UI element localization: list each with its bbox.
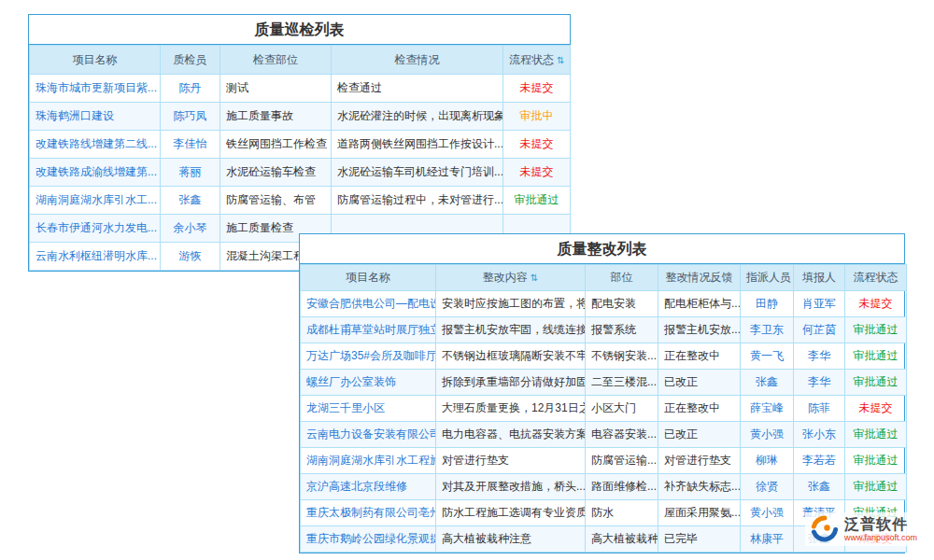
cell-feedback: 对管进行垫支 bbox=[658, 448, 741, 474]
cell-content: 电力电容器、电抗器安装方案,... bbox=[436, 422, 586, 448]
cell-assignee[interactable]: 李卫东 bbox=[741, 317, 794, 343]
cell-feedback: 正在整改中 bbox=[658, 343, 741, 370]
cell-inspector[interactable]: 张鑫 bbox=[161, 187, 220, 215]
col-header-project: 项目名称 bbox=[301, 265, 436, 291]
cell-project[interactable]: 螺丝厂办公室装饰 bbox=[301, 370, 436, 396]
cell-feedback: 已改正 bbox=[658, 422, 741, 448]
cell-situation: 水泥砼灌注的时候，出现离析现象 bbox=[332, 103, 503, 131]
cell-reporter[interactable]: 李若若 bbox=[794, 448, 845, 474]
cell-reporter[interactable]: 陈菲 bbox=[794, 396, 845, 422]
cell-reporter[interactable]: 李华 bbox=[794, 343, 845, 370]
cell-part: 铁丝网围挡工作检查 bbox=[220, 131, 332, 159]
cell-project[interactable]: 万达广场35#会所及咖啡厅空... bbox=[301, 343, 436, 370]
cell-assignee[interactable]: 黄小强 bbox=[741, 500, 794, 526]
cell-assignee[interactable]: 张鑫 bbox=[741, 370, 794, 396]
cell-feedback: 已改正 bbox=[658, 370, 741, 396]
cell-assignee[interactable]: 田静 bbox=[741, 291, 794, 317]
cell-assignee[interactable]: 薛宝峰 bbox=[741, 396, 794, 422]
cell-reporter[interactable]: 李华 bbox=[794, 370, 845, 396]
table-row: 云南电力设备安装有限公司20...电力电容器、电抗器安装方案,...电容器安装.… bbox=[301, 422, 907, 448]
cell-part: 电容器安装... bbox=[586, 422, 658, 448]
cell-project[interactable]: 湖南洞庭湖水库引水工程施工1... bbox=[301, 448, 436, 474]
cell-situation: 水泥砼运输车司机经过专门培训... bbox=[332, 159, 503, 187]
cell-status: 未提交 bbox=[845, 396, 907, 422]
sort-icon[interactable]: ⇅ bbox=[557, 55, 564, 65]
header-row: 项目名称质检员检查部位检查情况流程状态⇅ bbox=[30, 46, 571, 75]
cell-part: 测试 bbox=[220, 75, 332, 103]
cell-project[interactable]: 成都杜甫草堂站时展厅独立展... bbox=[301, 317, 436, 343]
col-header-project: 项目名称 bbox=[30, 46, 161, 75]
table-row: 湖南洞庭湖水库引水工程施工1...对管进行垫支防腐管运输...对管进行垫支柳琳李… bbox=[301, 448, 907, 474]
table-row: 成都杜甫草堂站时展厅独立展...报警主机安放牢固，线缆连接...报警系统报警主机… bbox=[301, 317, 907, 343]
cell-reporter[interactable]: 肖亚军 bbox=[794, 291, 845, 317]
cell-assignee[interactable]: 徐贤 bbox=[741, 474, 794, 500]
col-header-status[interactable]: 流程状态⇅ bbox=[503, 46, 571, 75]
col-header-feedback: 整改情况反馈 bbox=[658, 265, 741, 291]
col-header-label: 质检员 bbox=[174, 53, 207, 66]
cell-reporter[interactable]: 张小东 bbox=[794, 422, 845, 448]
cell-part: 配电安装 bbox=[586, 291, 658, 317]
cell-status: 未提交 bbox=[503, 75, 571, 103]
col-header-content[interactable]: 整改内容⇅ bbox=[436, 265, 586, 291]
cell-content: 对管进行垫支 bbox=[436, 448, 586, 474]
cell-status: 审批通过 bbox=[845, 317, 907, 343]
cell-status: 未提交 bbox=[845, 291, 907, 317]
cell-project[interactable]: 云南水利枢纽潜明水库... bbox=[30, 243, 161, 271]
col-header-label: 流程状态 bbox=[509, 53, 554, 66]
cell-inspector[interactable]: 陈丹 bbox=[161, 75, 220, 103]
col-header-part: 部位 bbox=[586, 265, 658, 291]
cell-project[interactable]: 湖南洞庭湖水库引水工... bbox=[30, 187, 161, 215]
cell-feedback: 已完毕 bbox=[658, 526, 741, 553]
table-row: 京沪高速北京段维修对其及开展整改措施，桥头...路面维修检...补齐缺失标志..… bbox=[301, 474, 907, 500]
cell-project[interactable]: 京沪高速北京段维修 bbox=[301, 474, 436, 500]
cell-feedback: 补齐缺失标志... bbox=[658, 474, 741, 500]
cell-inspector[interactable]: 蒋丽 bbox=[161, 159, 220, 187]
cell-part: 高大植被栽种 bbox=[586, 526, 658, 553]
col-header-part: 检查部位 bbox=[220, 46, 332, 75]
cell-inspector[interactable]: 李佳怡 bbox=[161, 131, 220, 159]
cell-project[interactable]: 重庆太极制药有限公司亳州中... bbox=[301, 500, 436, 526]
cell-reporter[interactable]: 张鑫 bbox=[794, 474, 845, 500]
table-row: 珠海市城市更新项目紫...陈丹测试检查通过未提交 bbox=[30, 75, 571, 103]
fanpu-logo: 泛普软件 www.fanpusoft.com bbox=[805, 512, 923, 546]
col-header-label: 流程状态 bbox=[854, 271, 899, 284]
cell-status: 审批通过 bbox=[845, 370, 907, 396]
cell-inspector[interactable]: 游恢 bbox=[161, 243, 220, 271]
fanpu-logo-text: 泛普软件 www.fanpusoft.com bbox=[844, 516, 917, 543]
cell-project[interactable]: 云南电力设备安装有限公司20... bbox=[301, 422, 436, 448]
col-header-label: 指派人员 bbox=[746, 271, 791, 284]
cell-part: 路面维修检... bbox=[586, 474, 658, 500]
cell-assignee[interactable]: 黄一飞 bbox=[741, 343, 794, 370]
cell-project[interactable]: 珠海鹤洲口建设 bbox=[30, 103, 161, 131]
cell-inspector[interactable]: 陈巧凤 bbox=[161, 103, 220, 131]
cell-inspector[interactable]: 余小琴 bbox=[161, 215, 220, 243]
cell-feedback: 报警主机安放... bbox=[658, 317, 741, 343]
cell-content: 报警主机安放牢固，线缆连接... bbox=[436, 317, 586, 343]
cell-project[interactable]: 龙湖三千里小区 bbox=[301, 396, 436, 422]
cell-project[interactable]: 安徽合肥供电公司—配电设备... bbox=[301, 291, 436, 317]
table-row: 珠海鹤洲口建设陈巧凤施工质量事故水泥砼灌注的时候，出现离析现象审批中 bbox=[30, 103, 571, 131]
header-row: 项目名称整改内容⇅部位整改情况反馈指派人员填报人流程状态 bbox=[301, 265, 907, 291]
cell-content: 不锈钢边框玻璃隔断安装不牢... bbox=[436, 343, 586, 370]
cell-feedback: 配电柜柜体与... bbox=[658, 291, 741, 317]
cell-part: 小区大门 bbox=[586, 396, 658, 422]
cell-part: 防腐管运输、布管 bbox=[220, 187, 332, 215]
cell-project[interactable]: 改建铁路线增建第二线... bbox=[30, 131, 161, 159]
rectify-table-panel: 质量整改列表 项目名称整改内容⇅部位整改情况反馈指派人员填报人流程状态安徽合肥供… bbox=[299, 233, 905, 553]
table-row: 龙湖三千里小区大理石质量更换，12月31日之...小区大门正在整改中薛宝峰陈菲未… bbox=[301, 396, 907, 422]
rectify-table: 项目名称整改内容⇅部位整改情况反馈指派人员填报人流程状态安徽合肥供电公司—配电设… bbox=[300, 264, 907, 553]
sort-icon[interactable]: ⇅ bbox=[531, 273, 538, 283]
cell-project[interactable]: 长春市伊通河水力发电... bbox=[30, 215, 161, 243]
cell-assignee[interactable]: 柳琳 bbox=[741, 448, 794, 474]
cell-assignee[interactable]: 林康平 bbox=[741, 526, 794, 553]
col-header-label: 整改内容 bbox=[483, 271, 528, 284]
cell-reporter[interactable]: 何芷茵 bbox=[794, 317, 845, 343]
col-header-assignee: 指派人员 bbox=[741, 265, 794, 291]
cell-part: 水泥砼运输车检查 bbox=[220, 159, 332, 187]
cell-project[interactable]: 改建铁路成渝线增建第... bbox=[30, 159, 161, 187]
cell-project[interactable]: 珠海市城市更新项目紫... bbox=[30, 75, 161, 103]
cell-situation: 道路两侧铁丝网围挡工作按设计... bbox=[332, 131, 503, 159]
col-header-label: 部位 bbox=[611, 271, 633, 284]
cell-project[interactable]: 重庆市鹅岭公园绿化景观提升... bbox=[301, 526, 436, 553]
cell-assignee[interactable]: 黄小强 bbox=[741, 422, 794, 448]
